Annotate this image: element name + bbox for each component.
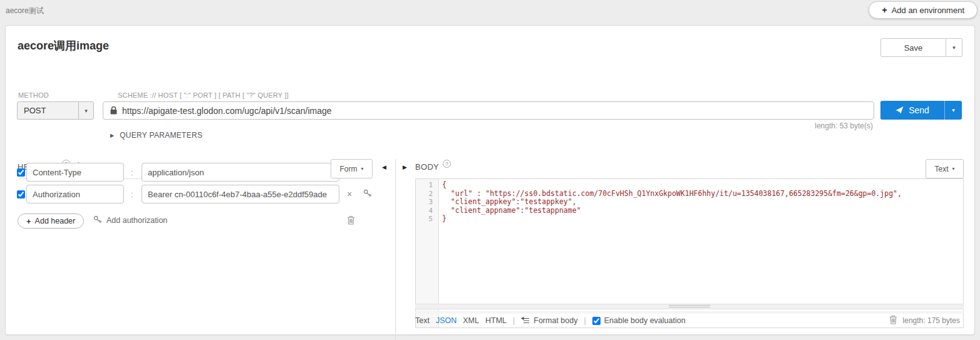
colon-separator: : (131, 190, 133, 199)
body-length-text: length: 175 bytes (903, 316, 960, 325)
url-field-wrapper (103, 101, 874, 120)
add-authorization-label: Add authorization (106, 216, 167, 225)
key-icon[interactable] (363, 189, 372, 200)
body-section-header: BODY ? (415, 160, 451, 172)
help-icon[interactable]: ? (443, 160, 451, 168)
remove-header-icon[interactable]: × (347, 189, 352, 199)
method-value: POST (18, 106, 78, 115)
enable-body-evaluation: Enable body evaluation (592, 316, 686, 325)
add-header-label: Add header (35, 217, 76, 225)
format-lines-icon (521, 317, 530, 324)
query-parameters-label: QUERY PARAMETERS (120, 131, 202, 140)
send-dropdown-button[interactable]: ▾ (944, 101, 962, 120)
body-type-label: Text (934, 165, 948, 173)
url-input[interactable] (122, 102, 874, 119)
breadcrumb: aecore测试 (6, 6, 44, 16)
line-number: 1 (416, 181, 433, 190)
body-footer-toolbar: Text JSON XML HTML | Format body | Enabl… (415, 314, 686, 327)
body-type-text[interactable]: Text (415, 316, 430, 325)
paper-plane-icon (895, 106, 904, 114)
add-environment-button[interactable]: + Add an environment (869, 1, 977, 19)
editor-scrollbar-track[interactable] (415, 311, 964, 314)
scheme-label: SCHEME :// HOST [ ":" PORT ] [ PATH [ "?… (118, 91, 289, 99)
header-enabled-checkbox[interactable] (17, 168, 25, 177)
enable-body-evaluation-label: Enable body evaluation (604, 316, 686, 325)
lock-icon (110, 106, 117, 115)
header-enabled-checkbox[interactable] (17, 190, 25, 198)
add-authorization-link[interactable]: Add authorization (93, 215, 167, 225)
top-bar: aecore测试 + Add an environment (0, 0, 980, 23)
save-dropdown-button[interactable]: ▾ (946, 38, 962, 57)
method-label: METHOD (18, 91, 49, 99)
line-number: 4 (416, 207, 433, 215)
code-line: "client_appkey":"testappkey", (442, 198, 963, 207)
panel-divider[interactable] (395, 159, 396, 340)
save-button-group: Save ▾ (880, 38, 962, 57)
headers-view-dropdown[interactable]: Form ▾ (331, 159, 373, 178)
delete-body-icon[interactable] (889, 315, 897, 326)
query-parameters-toggle[interactable]: ▶ QUERY PARAMETERS (110, 131, 202, 140)
body-length-area: length: 175 bytes (889, 314, 960, 327)
body-type-dropdown[interactable]: Text ▾ (926, 159, 964, 178)
line-number: 5 (416, 215, 433, 224)
separator: | (584, 316, 585, 325)
header-value-input[interactable] (142, 163, 339, 182)
line-number: 2 (416, 190, 433, 198)
code-line: } (442, 215, 963, 224)
chevron-down-icon: ▾ (952, 44, 956, 51)
request-card: aecore调用image Save ▾ METHOD SCHEME :// H… (5, 25, 975, 335)
key-icon (93, 215, 102, 225)
code-line: { (442, 181, 963, 190)
form-dropdown-label: Form (339, 165, 357, 173)
chevron-down-icon: ▾ (952, 166, 955, 172)
add-environment-label: Add an environment (892, 6, 964, 15)
save-button[interactable]: Save (880, 38, 946, 57)
send-button[interactable]: Send (880, 101, 944, 120)
chevron-down-icon: ▾ (78, 102, 93, 119)
send-label: Send (909, 105, 929, 115)
format-body-button[interactable]: Format body (521, 316, 577, 325)
plus-icon: + (882, 5, 887, 15)
url-length-text: length: 53 byte(s) (815, 121, 873, 130)
chevron-down-icon: ▾ (361, 166, 363, 172)
header-name-input[interactable] (26, 163, 124, 182)
send-button-group: Send ▾ (880, 101, 962, 120)
header-name-input[interactable] (26, 185, 124, 203)
editor-resize-handle[interactable] (415, 304, 964, 309)
format-body-label: Format body (534, 316, 577, 325)
page-title: aecore调用image (18, 38, 109, 53)
code-line: "client_appname":"testappname" (442, 207, 963, 215)
grip-lines-icon (669, 305, 710, 308)
delete-headers-icon[interactable] (347, 215, 355, 227)
add-header-button[interactable]: + Add header (18, 214, 84, 229)
expand-arrow-icon: ▶ (110, 133, 114, 138)
chevron-down-icon: ▾ (952, 107, 955, 113)
body-type-json[interactable]: JSON (436, 316, 456, 325)
body-type-xml[interactable]: XML (463, 316, 479, 325)
body-title: BODY (415, 160, 439, 172)
collapse-right-icon[interactable]: ▶ (403, 164, 407, 170)
plus-icon: + (26, 217, 31, 226)
line-number: 3 (416, 198, 433, 207)
code-line: "url" : "https://ss0.bdstatic.com/70cFvH… (442, 190, 963, 198)
separator: | (513, 316, 515, 325)
header-value-input[interactable] (142, 185, 339, 203)
header-row: : × (6, 185, 394, 203)
colon-separator: : (131, 168, 133, 177)
method-select[interactable]: POST ▾ (17, 101, 94, 120)
body-type-html[interactable]: HTML (485, 316, 507, 325)
enable-body-evaluation-checkbox[interactable] (592, 317, 601, 325)
